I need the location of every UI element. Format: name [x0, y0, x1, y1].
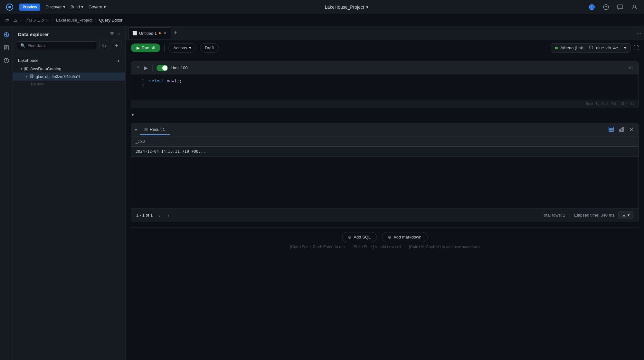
breadcrumb-current: Query Editor — [99, 18, 123, 23]
add-sql-icon: ⊕ — [348, 235, 352, 239]
no-data-label: No data — [13, 81, 125, 88]
nav-discover[interactable]: Discover ▾ — [45, 5, 65, 9]
elapsed-time-label: Elapsed time: 340 ms — [574, 213, 614, 218]
limit-toggle-switch[interactable] — [156, 65, 168, 71]
bottom-bar: ⊕ Add SQL ⊕ Add markdown {Cntrl+Enter, C… — [131, 227, 639, 254]
add-markdown-button[interactable]: ⊕ Add markdown — [382, 232, 428, 242]
help-icon[interactable]: ? — [601, 3, 611, 12]
sidebar: Data explorer ≡ 🔍 — [13, 26, 126, 360]
limit-label: Limit 100 — [171, 65, 188, 70]
result-collapse-button[interactable]: ▾ — [135, 127, 137, 132]
more-tabs-button[interactable]: ··· — [637, 30, 641, 36]
cell-run-button[interactable]: ▶ — [143, 64, 148, 72]
breadcrumb: ホーム › プロジェクト › LakeHouse_Project › Query… — [0, 14, 644, 26]
pages-icon[interactable] — [2, 43, 11, 52]
nav-govern[interactable]: Govern ▾ — [89, 5, 106, 9]
query-area: ⠿ ▶ Limit 100 #1 1select now(); — [126, 56, 644, 360]
chat-icon[interactable] — [616, 3, 625, 12]
code-line-1: 1select now(); — [136, 78, 633, 83]
tab-untitled-1[interactable]: ⬜ Untitled 1 ✕ — [128, 27, 171, 39]
app-logo[interactable] — [5, 3, 14, 12]
total-rows-label: Total rows: 1 — [542, 213, 565, 218]
lakehouse-section-header[interactable]: Lakehouse ▲ — [13, 56, 125, 65]
code-editor[interactable]: 1select now(); 2 — [131, 74, 639, 100]
top-nav: Preview Discover ▾ Build ▾ Govern ▾ Lake… — [0, 0, 644, 14]
result-collapse-area: ▾ — [131, 112, 639, 118]
search-input-wrapper: 🔍 — [17, 41, 97, 50]
catalog-icon: ▣ — [24, 66, 28, 71]
cell-number: #1 — [629, 65, 633, 70]
database-icon — [29, 74, 34, 79]
result-expand-icon[interactable]: ▾ — [131, 112, 134, 118]
actions-button[interactable]: Actions ▾ — [168, 43, 196, 53]
connection-status-dot — [555, 47, 558, 49]
tab-modified-dot — [159, 32, 161, 34]
search-input[interactable] — [27, 43, 93, 48]
breadcrumb-lakehouse[interactable]: LakeHouse_Project — [56, 18, 92, 23]
add-datasource-button[interactable] — [112, 41, 121, 50]
catalog-expand-icon: ▾ — [21, 67, 22, 71]
sidebar-title: Data explorer — [18, 32, 49, 37]
close-result-icon[interactable]: ✕ — [628, 125, 635, 134]
prev-page-button[interactable]: ‹ — [156, 212, 162, 219]
left-icon-bar — [0, 26, 13, 360]
next-page-button[interactable]: › — [166, 212, 171, 219]
pagination-info: 1 - 1 of 1 — [136, 213, 153, 218]
cursor-position: Row 1, Col 14, Chr 14 — [131, 100, 639, 108]
tab-close-button[interactable]: ✕ — [163, 30, 167, 36]
add-sql-button[interactable]: ⊕ Add SQL — [342, 232, 377, 242]
table-view-icon[interactable] — [607, 125, 615, 134]
chart-view-icon[interactable] — [618, 125, 625, 134]
result-table-icon: ⊞ — [144, 127, 148, 132]
result-table: _col0 2024-12-04 14:35:31.719 +00... — [131, 137, 639, 157]
result-footer: 1 - 1 of 1 ‹ › Total rows: 1 | Elapsed t… — [131, 208, 639, 222]
database-expand-icon: ▾ — [26, 75, 27, 78]
notifications-icon[interactable]: ! — [587, 3, 596, 12]
tab-bar: ⬜ Untitled 1 ✕ + ··· — [126, 26, 644, 40]
limit-toggle: Limit 100 — [156, 65, 188, 71]
result-area: ▾ ⊞ Result 1 — [131, 123, 639, 222]
shortcuts-bar: {Cntrl+Enter, Cmd+Enter} to run {Shift+E… — [290, 245, 479, 249]
run-icon: ▶ — [137, 45, 140, 50]
history-icon[interactable] — [2, 56, 11, 65]
refresh-button[interactable] — [99, 41, 109, 50]
tree-item-database[interactable]: ▾ glue_db_4e3zm7i45o5a1l — [13, 73, 125, 81]
table-cell-timestamp: 2024-12-04 14:35:31.719 +00... — [131, 147, 639, 157]
project-selector[interactable]: LakeHouse_Project ▾ — [325, 5, 368, 10]
connection-selector[interactable]: Athena (Lak... glue_db_4e... ▾ — [551, 43, 630, 53]
download-button[interactable]: ▾ — [618, 211, 633, 219]
breadcrumb-home[interactable]: ホーム — [5, 17, 18, 23]
toolbar-divider — [164, 44, 165, 52]
db-icon — [589, 45, 593, 51]
svg-rect-29 — [622, 127, 623, 131]
result-tab-1[interactable]: ⊞ Result 1 — [140, 124, 170, 135]
column-header-col0: _col0 — [131, 137, 639, 147]
draft-badge: Draft — [200, 43, 219, 53]
query-cell-1: ⠿ ▶ Limit 100 #1 1select now(); — [131, 61, 639, 108]
tree-item-catalog[interactable]: ▾ ▣ AwsDataCatalog — [13, 65, 125, 73]
svg-rect-28 — [621, 128, 622, 131]
svg-rect-6 — [618, 5, 623, 9]
section-collapse-icon: ▲ — [117, 59, 120, 62]
sidebar-more-icon[interactable]: ≡ — [117, 31, 120, 37]
svg-text:!: ! — [591, 5, 592, 9]
preview-button[interactable]: Preview — [19, 4, 40, 11]
explorer-icon[interactable] — [2, 30, 11, 39]
shortcut-new-cell: {Shift+Enter} to add new cell — [352, 245, 401, 249]
nav-build[interactable]: Build ▾ — [71, 5, 83, 9]
sidebar-filter-icon[interactable] — [109, 31, 115, 37]
add-tab-button[interactable]: + — [173, 28, 179, 38]
cell-drag-handle[interactable]: ⠿ — [136, 65, 139, 71]
expand-editor-icon[interactable]: ⛶ — [634, 45, 639, 51]
svg-point-20 — [30, 74, 33, 76]
tab-query-icon: ⬜ — [132, 31, 137, 35]
download-chevron-icon: ▾ — [628, 213, 630, 218]
breadcrumb-project[interactable]: プロジェクト — [24, 17, 49, 23]
user-icon[interactable] — [630, 3, 639, 12]
shortcut-run: {Cntrl+Enter, Cmd+Enter} to run — [290, 245, 345, 249]
run-all-button[interactable]: ▶ Run all — [131, 44, 160, 52]
shortcut-markdown: {Cntrl+M, Cmd+M} to add new markdown — [409, 245, 480, 249]
search-icon: 🔍 — [20, 43, 25, 48]
table-row: 2024-12-04 14:35:31.719 +00... — [131, 147, 639, 157]
add-markdown-icon: ⊕ — [388, 235, 392, 239]
